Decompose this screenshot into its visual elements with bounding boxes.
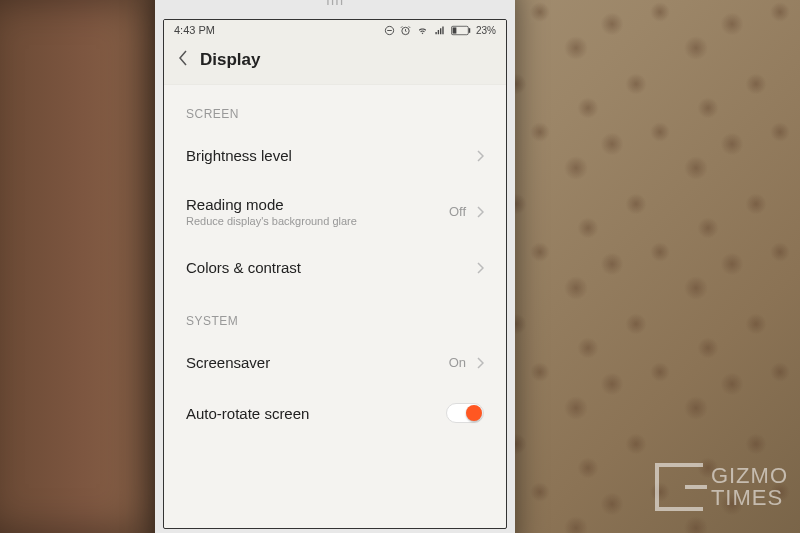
cushion-left	[0, 0, 165, 533]
phone-bezel-top: ılıl	[159, 0, 511, 19]
setting-brightness[interactable]: Brightness level	[164, 131, 506, 180]
section-label-screen: SCREEN	[164, 85, 506, 131]
setting-subtitle: Reduce display's background glare	[186, 215, 449, 227]
alarm-icon	[400, 25, 411, 36]
setting-title: Screensaver	[186, 354, 449, 371]
chevron-right-icon	[476, 206, 484, 218]
watermark-text: GIZMO TIMES	[711, 465, 788, 509]
setting-value: On	[449, 355, 466, 370]
phone-screen: 4:43 PM 23%	[163, 19, 507, 529]
setting-screensaver[interactable]: Screensaver On	[164, 338, 506, 387]
watermark-logo-icon	[655, 463, 703, 511]
watermark: GIZMO TIMES	[655, 463, 788, 511]
setting-reading-mode[interactable]: Reading mode Reduce display's background…	[164, 180, 506, 243]
setting-title: Colors & contrast	[186, 259, 476, 276]
status-bar: 4:43 PM 23%	[164, 20, 506, 40]
section-label-system: SYSTEM	[164, 292, 506, 338]
auto-rotate-toggle[interactable]	[446, 403, 484, 423]
battery-percent: 23%	[476, 25, 496, 36]
chevron-right-icon	[476, 357, 484, 369]
chevron-right-icon	[476, 262, 484, 274]
chevron-right-icon	[476, 150, 484, 162]
status-icons: 23%	[384, 25, 496, 36]
page-title: Display	[200, 50, 260, 70]
signal-icon	[434, 25, 446, 36]
mi-logo: ılıl	[326, 0, 344, 8]
svg-rect-4	[469, 28, 471, 33]
setting-title: Reading mode	[186, 196, 449, 213]
back-icon[interactable]	[178, 50, 188, 70]
status-time: 4:43 PM	[174, 24, 215, 36]
phone-device: ılıl 4:43 PM 23%	[155, 0, 515, 533]
setting-auto-rotate: Auto-rotate screen	[164, 387, 506, 439]
setting-colors-contrast[interactable]: Colors & contrast	[164, 243, 506, 292]
setting-title: Brightness level	[186, 147, 476, 164]
dnd-icon	[384, 25, 395, 36]
setting-title: Auto-rotate screen	[186, 405, 446, 422]
setting-value: Off	[449, 204, 466, 219]
toggle-knob	[466, 405, 482, 421]
svg-rect-5	[453, 27, 457, 33]
wifi-icon	[416, 25, 429, 36]
battery-icon	[451, 25, 471, 36]
page-header: Display	[164, 40, 506, 85]
